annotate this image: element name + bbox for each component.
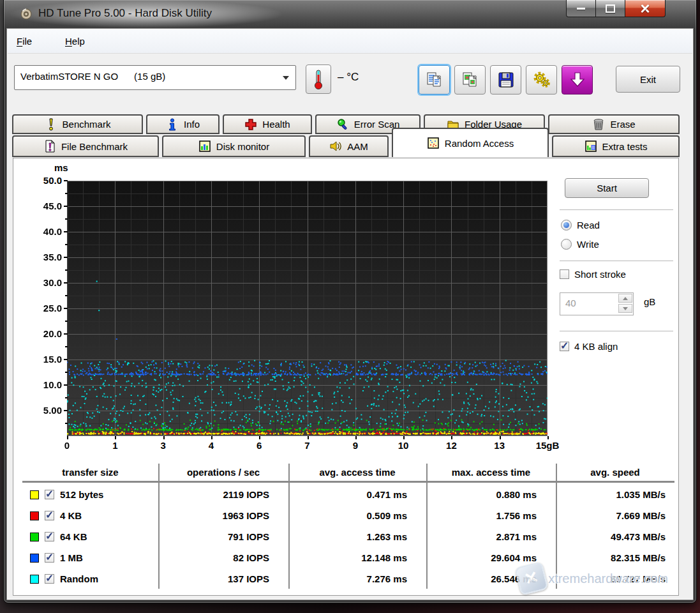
y-tick-label: 50.0: [30, 175, 62, 186]
x-tick-label: 4: [209, 440, 214, 451]
align-row[interactable]: 4 KB align: [560, 341, 618, 352]
tab-file-benchmark[interactable]: File Benchmark: [12, 135, 159, 157]
short-stroke-row[interactable]: Short stroke: [560, 269, 626, 280]
app-window: HD Tune Pro 5.00 - Hard Disk Utility Fil…: [4, 0, 696, 603]
random-access-scatter-icon: [427, 137, 440, 149]
random-access-panel: ms 50.045.040.035.030.025.020.015.010.05…: [13, 158, 679, 596]
tab-erase[interactable]: Erase: [548, 114, 680, 134]
series-checkbox[interactable]: [45, 532, 54, 541]
y-tick: [64, 359, 68, 360]
max-access-value: 2.871 ms: [426, 531, 556, 542]
avg-access-value: 1.263 ms: [288, 531, 426, 542]
x-tick-label: 13: [494, 440, 505, 451]
x-tick: [308, 436, 309, 439]
spinner-up-button[interactable]: [618, 294, 632, 303]
save-button[interactable]: [490, 65, 521, 95]
y-minor-tick: [65, 372, 68, 373]
tab-strip: Benchmark Info Health Error Scan Folder …: [7, 113, 693, 158]
minimize-button[interactable]: [566, 0, 596, 17]
drive-select[interactable]: VerbatimSTORE N GO (15 gB): [14, 65, 296, 90]
client-area: File Help VerbatimSTORE N GO (15 gB) – °…: [6, 28, 694, 600]
avg-speed-value: 82.315 MB/s: [556, 552, 674, 563]
temperature-value: – °C: [338, 71, 359, 84]
series-toggle[interactable]: 64 KB: [22, 531, 158, 542]
read-radio-row[interactable]: Read: [561, 220, 600, 231]
y-tick-label: 20.0: [30, 328, 62, 339]
short-stroke-checkbox[interactable]: [560, 269, 569, 279]
avg-access-value: 0.471 ms: [288, 489, 426, 500]
chart-canvas: [67, 181, 547, 436]
align-checkbox[interactable]: [560, 342, 569, 351]
tab-extra-tests[interactable]: Extra tests: [552, 135, 680, 157]
start-button[interactable]: Start: [565, 178, 649, 198]
drive-select-dropdown[interactable]: [276, 66, 295, 89]
y-tick: [64, 384, 68, 386]
y-minor-tick: [65, 423, 68, 424]
close-icon: [641, 4, 650, 13]
separator: [560, 331, 673, 331]
write-radio-row[interactable]: Write: [561, 239, 599, 250]
menu-help[interactable]: Help: [61, 34, 89, 48]
update-button[interactable]: [562, 65, 593, 95]
file-benchmark-icon: [43, 140, 56, 153]
series-checkbox[interactable]: [45, 490, 54, 499]
menu-file[interactable]: File: [13, 34, 36, 48]
series-checkbox[interactable]: [45, 574, 54, 584]
tab-label: Benchmark: [63, 119, 111, 130]
ops-value: 137 IOPS: [158, 573, 288, 584]
series-toggle[interactable]: 1 MB: [22, 552, 158, 563]
close-button[interactable]: [625, 0, 666, 17]
spinner-down-button[interactable]: [618, 304, 632, 313]
read-radio[interactable]: [561, 220, 572, 231]
series-color-swatch: [30, 554, 39, 563]
series-label: 1 MB: [60, 552, 83, 563]
series-checkbox[interactable]: [45, 511, 54, 520]
tab-aam[interactable]: AAM: [309, 135, 389, 157]
avg-speed-value: 7.669 MB/s: [556, 510, 674, 521]
x-tick-label: 6: [257, 440, 262, 451]
col-header-avg-speed: avg. speed: [556, 464, 674, 480]
tab-label: Random Access: [445, 138, 514, 149]
copy-screenshot-button[interactable]: [454, 65, 486, 95]
gears-icon: [532, 70, 551, 89]
temperature-button[interactable]: [306, 64, 331, 94]
x-tick: [67, 436, 68, 439]
options-button[interactable]: [526, 65, 557, 95]
watermark-x-logo: ✕: [514, 561, 548, 595]
series-toggle[interactable]: 512 bytes: [22, 489, 158, 500]
trash-icon: [592, 118, 605, 131]
x-tick-label: 12: [446, 440, 457, 451]
tab-benchmark[interactable]: Benchmark: [12, 114, 143, 134]
exit-button[interactable]: Exit: [616, 66, 680, 93]
maximize-button[interactable]: [596, 0, 625, 17]
y-minor-tick: [65, 193, 68, 194]
table-row: 4 KB1963 IOPS0.509 ms1.756 ms7.669 MB/s: [22, 505, 674, 526]
capacity-spinner[interactable]: 40: [560, 292, 634, 315]
separator: [560, 209, 673, 210]
y-tick-label: 45.0: [30, 201, 62, 211]
tab-info[interactable]: Info: [146, 114, 220, 134]
avg-access-value: 7.276 ms: [288, 573, 426, 584]
col-header-avg-access: avg. access time: [288, 464, 426, 480]
x-tick: [163, 436, 165, 439]
x-tick-label: 10: [398, 440, 409, 451]
y-tick: [64, 231, 68, 232]
speaker-icon: [329, 140, 342, 153]
y-minor-tick: [65, 269, 68, 271]
tab-health[interactable]: Health: [223, 114, 312, 134]
save-floppy-icon: [497, 71, 515, 89]
tab-disk-monitor[interactable]: Disk monitor: [162, 135, 306, 157]
col-header-transfer-size: transfer size: [22, 464, 158, 480]
col-header-max-access: max. access time: [426, 464, 556, 480]
y-tick: [64, 257, 68, 258]
tab-label: Erase: [610, 119, 635, 130]
align-label: 4 KB align: [574, 341, 618, 352]
write-radio[interactable]: [561, 239, 572, 250]
tab-random-access[interactable]: Random Access: [392, 128, 549, 157]
series-checkbox[interactable]: [45, 553, 54, 563]
series-toggle[interactable]: 4 KB: [22, 510, 158, 521]
short-stroke-label: Short stroke: [574, 269, 626, 280]
title-bar[interactable]: HD Tune Pro 5.00 - Hard Disk Utility: [4, 0, 696, 28]
copy-text-button[interactable]: [419, 65, 450, 95]
series-toggle[interactable]: Random: [22, 573, 158, 584]
